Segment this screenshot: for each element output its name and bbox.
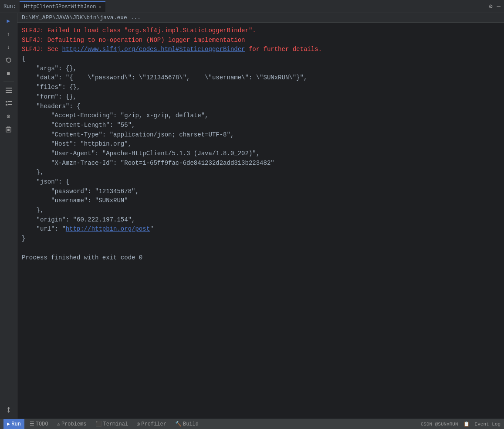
- status-bar: ▶ Run ☰ TODO ⚠ Problems ⬛ Terminal ◎ Pro…: [0, 419, 504, 429]
- stop-button[interactable]: ◼: [2, 67, 16, 79]
- top-bar-left: Run: HttpClient5PostWithJson ✕: [3, 1, 105, 12]
- json-json-open: "json": {: [22, 178, 69, 185]
- run-status-label: Run: [11, 421, 21, 427]
- todo-icon: ☰: [30, 421, 34, 427]
- rerun-icon: [6, 57, 12, 63]
- slf4j-error-1: SLF4J: Failed to load class "org.slf4j.i…: [22, 27, 256, 34]
- svg-rect-4: [8, 101, 12, 102]
- json-username: "username": "SUNxRUN": [22, 197, 128, 204]
- httpbin-link[interactable]: http://httpbin.org/post: [66, 225, 150, 232]
- json-content-length: "Content-Length": "55",: [22, 122, 135, 129]
- tab-name: HttpClient5PostWithJson: [24, 4, 96, 10]
- eventlog-label: Event Log: [475, 422, 501, 427]
- status-right: CSDN @SUNxRUN 📋 Event Log: [421, 421, 501, 427]
- json-host: "Host": "httpbin.org",: [22, 140, 132, 147]
- csdn-label: CSDN @SUNxRUN: [421, 422, 458, 427]
- lines-button[interactable]: [2, 84, 16, 96]
- tab-close-icon[interactable]: ✕: [98, 4, 101, 10]
- path-value: D:\MY_APP\JAVA\JDK\bin\java.exe ...: [22, 14, 141, 21]
- json-close-brace: }: [22, 235, 25, 242]
- arrow-down-button[interactable]: ↓: [2, 41, 16, 53]
- warning-icon: ⚠: [57, 421, 60, 427]
- slf4j-error-2: SLF4J: Defaulting to no-operation (NOP) …: [22, 37, 245, 44]
- play-button[interactable]: ▶: [2, 15, 16, 27]
- json-open-brace: {: [22, 55, 25, 62]
- pin-icon: [6, 407, 11, 413]
- eventlog-icon: 📋: [463, 421, 470, 427]
- top-bar: Run: HttpClient5PostWithJson ✕ ⚙ —: [0, 0, 504, 13]
- run-icon: ▶: [7, 421, 10, 427]
- svg-rect-6: [8, 104, 12, 105]
- slf4j-link[interactable]: http://www.slf4j.org/codes.html#StaticLo…: [62, 46, 245, 53]
- main-layout: ▶ ↑ ↓ ◼ ⚙: [0, 13, 504, 419]
- left-sidebar: ▶ ↑ ↓ ◼ ⚙: [0, 13, 17, 419]
- terminal-label: Terminal: [103, 421, 129, 427]
- console-output[interactable]: SLF4J: Failed to load class "org.slf4j.i…: [17, 23, 504, 419]
- problems-status-item[interactable]: ⚠ Problems: [54, 419, 90, 429]
- json-data: "data": "{ \"password\": \"121345678\", …: [22, 74, 307, 81]
- process-finished: Process finished with exit code 0: [22, 254, 142, 261]
- list-button[interactable]: [2, 97, 16, 109]
- todo-status-item[interactable]: ☰ TODO: [26, 419, 52, 429]
- svg-rect-1: [6, 90, 12, 91]
- profiler-status-item[interactable]: ◎ Profiler: [133, 419, 170, 429]
- json-headers: "headers": {: [22, 103, 80, 110]
- svg-rect-0: [6, 88, 12, 89]
- trash-button[interactable]: [2, 123, 16, 136]
- settings-icon[interactable]: ⚙: [489, 3, 492, 10]
- json-url: "url": "http://httpbin.org/post": [22, 225, 153, 232]
- problems-label: Problems: [61, 421, 87, 427]
- slf4j-error-3: SLF4J: See http://www.slf4j.org/codes.ht…: [22, 46, 322, 53]
- build-status-item[interactable]: 🔨 Build: [172, 419, 202, 429]
- terminal-icon: ⬛: [95, 421, 102, 427]
- trash-icon: [6, 126, 11, 133]
- json-accept-encoding: "Accept-Encoding": "gzip, x-gzip, deflat…: [22, 112, 208, 119]
- path-bar: D:\MY_APP\JAVA\JDK\bin\java.exe ...: [17, 13, 504, 23]
- rerun-button[interactable]: [2, 54, 16, 66]
- json-json-close: },: [22, 207, 44, 214]
- terminal-status-item[interactable]: ⬛ Terminal: [92, 419, 132, 429]
- separator-1: [3, 82, 14, 82]
- profiler-label: Profiler: [141, 421, 166, 427]
- top-bar-right: ⚙ —: [489, 3, 501, 10]
- todo-label: TODO: [36, 421, 48, 427]
- json-headers-close: },: [22, 169, 44, 176]
- gear-sidebar-button[interactable]: ⚙: [2, 110, 16, 123]
- build-label: Build: [183, 421, 199, 427]
- build-icon: 🔨: [175, 421, 182, 427]
- pin-button[interactable]: [2, 404, 16, 416]
- json-origin: "origin": "60.222.197.154",: [22, 216, 135, 223]
- json-trace-id: "X-Amzn-Trace-Id": "Root=1-65ff9fac-6de8…: [22, 160, 274, 167]
- run-status-item[interactable]: ▶ Run: [3, 419, 24, 429]
- json-password: "password": "121345678",: [22, 188, 139, 195]
- run-label: Run:: [3, 3, 16, 10]
- json-form: "form": {},: [22, 93, 77, 100]
- json-content-type: "Content-Type": "application/json; chars…: [22, 131, 234, 138]
- run-tab[interactable]: HttpClient5PostWithJson ✕: [20, 1, 106, 12]
- json-user-agent: "User-Agent": "Apache-HttpClient/5.1.3 (…: [22, 150, 260, 157]
- content-area: D:\MY_APP\JAVA\JDK\bin\java.exe ... SLF4…: [17, 13, 504, 419]
- svg-rect-2: [6, 92, 12, 93]
- lines-icon: [6, 88, 12, 93]
- svg-rect-9: [7, 126, 10, 128]
- list-icon: [6, 101, 12, 106]
- status-left: ▶ Run ☰ TODO ⚠ Problems ⬛ Terminal ◎ Pro…: [3, 419, 202, 429]
- arrow-up-button[interactable]: ↑: [2, 28, 16, 40]
- profiler-icon: ◎: [137, 421, 140, 427]
- svg-rect-3: [6, 101, 7, 102]
- json-files: "files": {},: [22, 84, 80, 91]
- minimize-icon[interactable]: —: [497, 3, 501, 10]
- svg-rect-5: [6, 104, 7, 106]
- json-args: "args": {},: [22, 65, 77, 72]
